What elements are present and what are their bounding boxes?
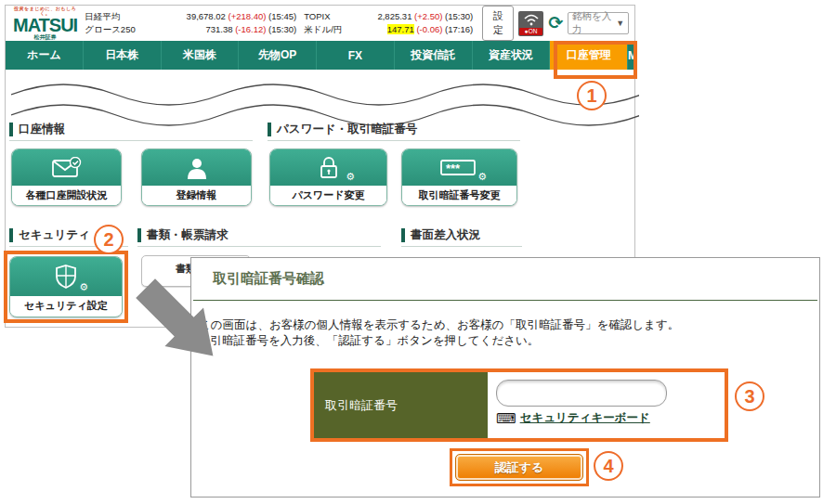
section-title-account-info: 口座情報 [9,123,65,136]
market-ticker: 日経平均 39,678.02 (+218.40) (15:45) TOPIX 2… [85,11,473,36]
keyboard-icon: ⌨ [496,412,516,425]
dialog-body-line1: この画面は、お客様の個人情報を表示するため、お客様の「取引暗証番号」を確認します… [199,317,679,333]
section-title-security: セキュリティ [9,228,90,242]
index-label: 日経平均 [85,11,142,23]
section-title-documents: 書類・帳票請求 [137,228,229,242]
screenshot-root: 投資をまじめに、おもしろく。 MATSUI 松井証券 日経平均 39,678.0… [0,0,823,504]
on-badge: ●ON [519,28,542,35]
dialog-title: 取引暗証番号確認 [213,270,324,288]
pin-change-button[interactable]: *** ⚙ 取引暗証番号変更 [401,149,517,206]
symbol-placeholder: 銘柄を入力 [572,10,616,36]
authenticate-button[interactable]: 認証する [455,454,583,481]
auth-button-highlight-box: 認証する [450,448,589,486]
person-icon [185,156,209,180]
settings-button[interactable]: 設定 [482,6,514,41]
refresh-icon[interactable]: ⟳ [548,14,563,32]
security-keyboard-link[interactable]: セキュリティキーボード [520,410,650,426]
header-controls: 設定 ●ON ⟳ 銘柄を入力 ▼ [482,6,629,41]
mail-check-icon [51,157,83,179]
tab-home[interactable]: ホーム [6,41,83,70]
chevron-down-icon: ▼ [616,19,624,28]
step-1-badge: 1 [577,81,607,110]
tab-japan-stocks[interactable]: 日本株 [83,41,161,70]
tab-partial[interactable]: M [627,41,634,70]
section-underline [137,246,381,247]
top-bar: 投資をまじめに、おもしろく。 MATSUI 松井証券 日経平均 39,678.0… [6,6,634,41]
pin-confirm-dialog: 取引暗証番号確認 この画面は、お客様の個人情報を表示するため、お客様の「取引暗証… [190,257,820,498]
gear-icon: ⚙ [346,171,355,183]
index-label: TOPIX [304,11,346,23]
index-value: 731.38 (-16.12) (15:30) [150,24,296,36]
step-3-badge: 3 [735,381,764,411]
section-underline [9,140,253,141]
section-title-paper-status: 書面差入状況 [401,228,480,242]
section-underline [401,246,522,247]
pin-input[interactable] [496,380,667,407]
tab-funds[interactable]: 投資信託 [394,41,472,70]
index-label: 米ドル/円 [304,24,346,36]
tab-assets[interactable]: 資産状況 [472,41,550,70]
tile-label: パスワード変更 [270,186,386,205]
tab-futures-op[interactable]: 先物OP [238,41,316,70]
dialog-title-rule [193,300,817,301]
index-label: グロース250 [85,24,142,36]
dialog-body-text: この画面は、お客様の個人情報を表示するため、お客様の「取引暗証番号」を確認します… [199,317,679,349]
step-4-badge: 4 [594,451,623,481]
tile-label: 取引暗証番号変更 [402,186,516,205]
dialog-body-line2: 取引暗証番号を入力後、「認証する」ボタンを押してください。 [199,333,679,349]
index-value: 39,678.02 (+218.40) (15:45) [150,11,296,23]
tile-label: 登録情報 [142,186,251,205]
tab-us-stocks[interactable]: 米国株 [161,41,239,70]
callout-arrow [131,273,228,371]
tab-account-management[interactable]: 口座管理 [549,41,627,70]
tab-fx[interactable]: FX [316,41,394,70]
security-tile-highlight-box [4,251,128,323]
main-nav: ホーム 日本株 米国株 先物OP FX 投資信託 資産状況 口座管理 M [6,41,634,70]
step-2-badge: 2 [94,225,124,254]
index-value: 2,825.31 (+2.50) (15:30) [354,11,473,23]
section-title-password: パスワード・取引暗証番号 [268,123,417,136]
section-underline [268,140,520,141]
account-opening-status-button[interactable]: 各種口座開設状況 [11,149,122,206]
streaming-toggle[interactable]: ●ON [518,11,543,36]
symbol-search-select[interactable]: 銘柄を入力 ▼ [568,12,629,34]
lock-gear-icon [318,156,340,180]
registered-info-button[interactable]: 登録情報 [141,149,252,206]
pin-asterisks-icon: *** [439,158,480,178]
pin-form-highlight-box: 取引暗証番号 ⌨ セキュリティキーボード [310,368,728,442]
wifi-icon [523,13,540,26]
password-change-button[interactable]: ⚙ パスワード変更 [269,149,387,206]
gear-icon: ⚙ [477,171,487,183]
pin-field-label: 取引暗証番号 [314,372,488,438]
index-value: 147.71 (-0.06) (17:16) [354,24,473,36]
logo-brand: MATSUI [13,16,77,34]
matsui-logo[interactable]: 投資をまじめに、おもしろく。 MATSUI 松井証券 [13,6,77,40]
tile-label: 各種口座開設状況 [12,186,121,205]
svg-text:***: *** [446,162,461,175]
